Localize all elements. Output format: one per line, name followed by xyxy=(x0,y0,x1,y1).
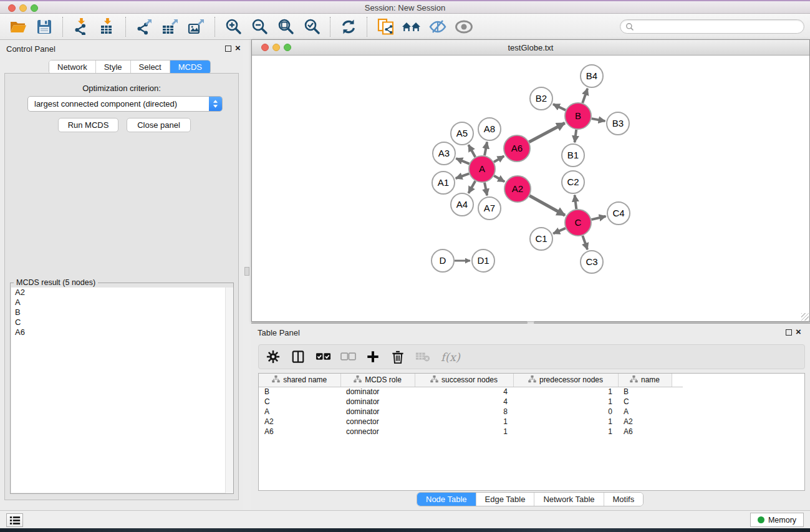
eye-slash-icon[interactable] xyxy=(428,17,447,36)
table-row[interactable]: Cdominator41C xyxy=(259,397,683,407)
result-scrollbar[interactable] xyxy=(225,288,233,493)
tree-hierarchy-icon xyxy=(528,375,536,385)
column-header-successor-nodes[interactable]: successor nodes xyxy=(415,374,513,387)
graph-node-label: B xyxy=(575,110,581,121)
eye-icon[interactable] xyxy=(455,17,473,36)
table-cell: 1 xyxy=(513,417,618,427)
graph-node-label: C2 xyxy=(567,177,579,187)
delete-table-icon[interactable] xyxy=(413,347,432,366)
delete-trash-icon[interactable] xyxy=(388,347,407,366)
zoom-in-icon[interactable] xyxy=(224,17,243,36)
graph-node-label: A5 xyxy=(456,128,468,138)
titlebar: Session: New Session xyxy=(0,0,810,14)
graph-node-label: A2 xyxy=(512,183,523,194)
graph-edge-A-A8 xyxy=(485,142,487,156)
run-mcds-button[interactable]: Run MCDS xyxy=(58,118,118,132)
tab-style[interactable]: Style xyxy=(96,60,131,74)
result-list-item: B xyxy=(11,307,233,317)
main-toolbar xyxy=(0,14,810,40)
graph-edge-C-C3 xyxy=(582,236,587,249)
table-cell: 8 xyxy=(415,407,513,417)
export-network-icon[interactable] xyxy=(135,17,153,36)
import-table-icon[interactable] xyxy=(98,17,117,36)
graph-node-label: A8 xyxy=(484,123,495,134)
task-history-button[interactable] xyxy=(6,513,23,527)
result-list-item: A xyxy=(11,297,233,307)
close-panel-icon[interactable]: × xyxy=(235,42,241,54)
table-cell: C xyxy=(259,397,340,407)
table-cell: 1 xyxy=(513,387,618,397)
table-cell: A6 xyxy=(618,427,672,437)
open-folder-icon[interactable] xyxy=(9,17,27,36)
table-cell: B xyxy=(618,387,672,397)
function-builder-fx-icon[interactable]: f(x) xyxy=(441,351,460,364)
select-all-checked-icon[interactable] xyxy=(314,347,332,366)
mcds-result-list[interactable]: A2ABCA6 xyxy=(11,288,233,493)
graph-edge-B-B3 xyxy=(592,118,605,121)
network-window-titlebar[interactable]: testGlobe.txt xyxy=(252,40,809,56)
zoom-out-icon[interactable] xyxy=(250,17,269,36)
criterion-dropdown[interactable]: largest connected component (directed) xyxy=(27,96,223,112)
criterion-value: largest connected component (directed) xyxy=(28,99,209,109)
table-float-panel-icon[interactable] xyxy=(786,329,792,336)
graph-edge-A-A3 xyxy=(456,158,469,164)
settings-gear-icon[interactable] xyxy=(264,347,282,366)
table-panel: Table Panel × f(x) shared nameMCDS roles… xyxy=(251,324,810,510)
graph-edge-A6-B xyxy=(529,123,564,142)
tab-motifs[interactable]: Motifs xyxy=(604,493,644,506)
window-resize-grip[interactable] xyxy=(801,313,809,321)
table-cell: C xyxy=(618,397,672,407)
tab-node-table[interactable]: Node Table xyxy=(417,493,476,506)
double-home-icon[interactable] xyxy=(402,17,421,36)
table-row[interactable]: Bdominator41B xyxy=(259,387,683,397)
tab-edge-table[interactable]: Edge Table xyxy=(476,493,535,506)
column-header-MCDS-role[interactable]: MCDS role xyxy=(340,374,415,387)
graph-node-label: C1 xyxy=(535,233,547,244)
unselect-all-unchecked-icon[interactable] xyxy=(339,347,357,366)
memory-button[interactable]: Memory xyxy=(750,513,804,527)
empty-cell xyxy=(672,397,683,407)
tree-hierarchy-icon xyxy=(430,375,438,385)
add-plus-icon[interactable] xyxy=(364,347,382,366)
split-panel-icon[interactable] xyxy=(289,347,307,366)
network-canvas[interactable]: B4B2BB3A8A5A6A3B1AA1C2A2A4A7C4CC1C3DD1 xyxy=(252,56,809,321)
table-cell: 1 xyxy=(415,427,513,437)
zoom-fit-icon[interactable] xyxy=(276,17,295,36)
graph-edge-C-C1 xyxy=(553,228,566,234)
zoom-selected-icon[interactable] xyxy=(302,17,321,36)
table-close-panel-icon[interactable]: × xyxy=(796,326,801,338)
column-header-predecessor-nodes[interactable]: predecessor nodes xyxy=(513,374,618,387)
tab-network[interactable]: Network xyxy=(49,60,96,74)
copy-network-document-icon[interactable] xyxy=(376,17,395,36)
tab-select[interactable]: Select xyxy=(131,60,170,74)
table-row[interactable]: A2connector11A2 xyxy=(259,417,683,427)
export-table-icon[interactable] xyxy=(161,17,180,36)
table-cell: connector xyxy=(340,417,415,427)
status-bar: Memory xyxy=(0,510,810,528)
result-list-item: A2 xyxy=(11,288,233,297)
vertical-divider-grip[interactable] xyxy=(244,267,249,276)
tab-mcds[interactable]: MCDS xyxy=(170,60,210,74)
import-network-icon[interactable] xyxy=(72,17,90,36)
search-input[interactable] xyxy=(634,22,804,31)
table-cell: connector xyxy=(340,427,415,437)
float-panel-icon[interactable] xyxy=(225,46,231,52)
export-image-icon[interactable] xyxy=(187,17,206,36)
graph-edge-C-C4 xyxy=(591,216,605,220)
table-row[interactable]: Adominator80A xyxy=(259,407,683,417)
table-cell: A xyxy=(259,407,340,417)
tab-network-table[interactable]: Network Table xyxy=(534,493,604,506)
graph-node-label: C4 xyxy=(612,208,624,218)
save-disk-icon[interactable] xyxy=(35,17,54,36)
graph-node-label: A3 xyxy=(438,148,450,158)
table-cell: 4 xyxy=(415,387,513,397)
table-cell: dominator xyxy=(340,387,415,397)
table-row[interactable]: A6connector11A6 xyxy=(259,427,683,437)
refresh-icon[interactable] xyxy=(339,17,358,36)
graph-node-label: A1 xyxy=(438,177,449,188)
network-view-window: testGlobe.txt B4B2BB3A8A5A6A3B1AA1C2A2A4… xyxy=(251,39,810,322)
column-header-name[interactable]: name xyxy=(618,374,672,387)
close-panel-button[interactable]: Close panel xyxy=(127,118,191,132)
column-header-shared-name[interactable]: shared name xyxy=(259,374,340,387)
table-cell: 1 xyxy=(513,397,618,407)
